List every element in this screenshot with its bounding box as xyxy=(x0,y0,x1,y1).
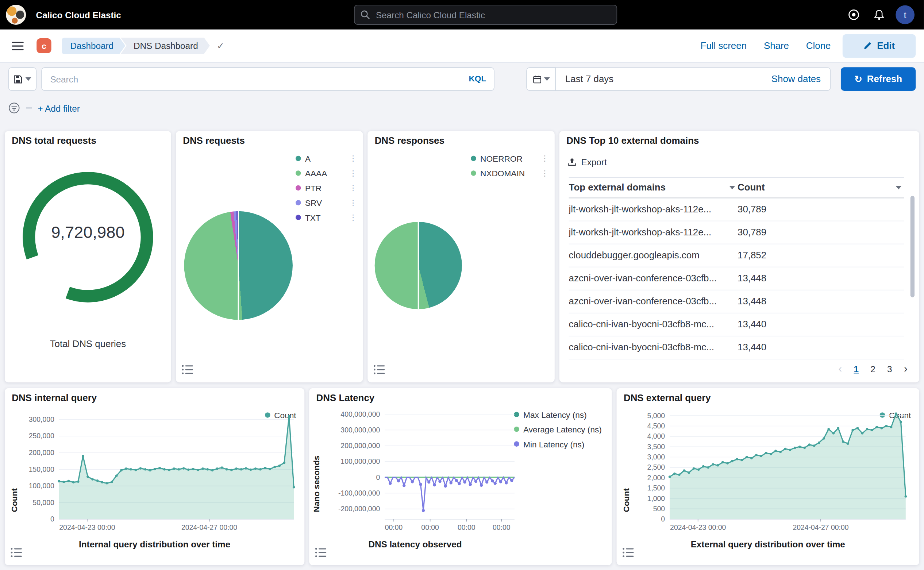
legend-toggle-icon[interactable] xyxy=(182,365,196,376)
svg-text:500: 500 xyxy=(653,505,665,513)
breadcrumb-dashboard[interactable]: Dashboard xyxy=(62,38,126,54)
panel-title: DNS internal query xyxy=(12,393,97,404)
dns-requests-pie-chart[interactable] xyxy=(184,211,292,320)
full-screen-link[interactable]: Full screen xyxy=(701,40,747,51)
dns-responses-pie-chart[interactable] xyxy=(375,222,462,309)
table-row[interactable]: calico-cni-ivan-byocni-03cfb8-mc...13,44… xyxy=(569,336,904,359)
table-scrollbar[interactable] xyxy=(910,196,915,297)
legend-actions-icon[interactable]: ⋮ xyxy=(345,169,357,177)
export-button[interactable]: Export xyxy=(567,157,607,167)
global-search-input[interactable] xyxy=(375,9,590,20)
space-badge[interactable]: c xyxy=(37,38,51,53)
svg-text:400,000,000: 400,000,000 xyxy=(340,410,380,418)
table-header-row: Top external domains Count xyxy=(569,177,904,198)
external-domains-table: Top external domains Count jlt-worksh-jl… xyxy=(569,177,904,359)
legend-item[interactable]: SRV⋮ xyxy=(296,195,357,210)
table-row[interactable]: calico-cni-ivan-byocni-03cfb8-mc...13,44… xyxy=(569,314,904,336)
filter-bar: + Add filter xyxy=(0,99,88,117)
legend-actions-icon[interactable]: ⋮ xyxy=(345,198,357,207)
table-row[interactable]: azcni-over-ivan-conference-03cfb...13,44… xyxy=(569,267,904,290)
dns-latency-chart[interactable]: -200,000,000-100,000,0000100,000,000200,… xyxy=(310,404,518,539)
x-axis-title: DNS latency observed xyxy=(309,539,521,549)
svg-text:-100,000,000: -100,000,000 xyxy=(338,489,380,497)
legend-actions-icon[interactable]: ⋮ xyxy=(536,154,549,163)
calico-logo-icon[interactable] xyxy=(6,5,26,25)
legend-actions-icon[interactable]: ⋮ xyxy=(345,213,357,222)
share-link[interactable]: Share xyxy=(764,40,789,51)
svg-text:300,000,000: 300,000,000 xyxy=(340,426,380,434)
clone-link[interactable]: Clone xyxy=(806,40,831,51)
add-filter-link[interactable]: + Add filter xyxy=(38,103,80,113)
dns-external-query-chart[interactable]: 05001,0001,5002,0002,5003,0003,5004,0004… xyxy=(618,404,913,539)
kql-search-input[interactable] xyxy=(41,67,495,91)
saved-query-button[interactable] xyxy=(8,67,37,91)
svg-text:-200,000,000: -200,000,000 xyxy=(338,505,380,513)
breadcrumb-dns-dashboard[interactable]: DNS Dashboard xyxy=(120,38,210,54)
column-header-count[interactable]: Count xyxy=(737,182,904,193)
svg-text:2024-04-27 00:00: 2024-04-27 00:00 xyxy=(181,523,237,531)
chevron-down-icon xyxy=(544,77,550,81)
notifications-icon[interactable] xyxy=(873,9,885,20)
legend-item[interactable]: NXDOMAIN⋮ xyxy=(471,165,549,180)
legend-actions-icon[interactable]: ⋮ xyxy=(536,169,549,177)
legend-item[interactable]: AAAA⋮ xyxy=(296,165,357,180)
edit-button[interactable]: Edit xyxy=(843,34,916,58)
refresh-button[interactable]: ↻ Refresh xyxy=(841,67,916,91)
legend-item[interactable]: TXT⋮ xyxy=(296,210,357,225)
svg-text:2024-04-23 00:00: 2024-04-23 00:00 xyxy=(59,523,115,531)
legend-item[interactable]: A⋮ xyxy=(296,151,357,165)
sort-chevron-icon[interactable] xyxy=(729,186,735,189)
legend-item[interactable]: Max Latency (ns) xyxy=(514,407,607,422)
date-picker-button[interactable] xyxy=(526,67,556,91)
table-row[interactable]: jlt-worksh-jlt-workshop-aks-112e...30,78… xyxy=(569,198,904,221)
column-header-domains[interactable]: Top external domains xyxy=(569,182,737,193)
panel-title: DNS Latency xyxy=(316,393,375,404)
page-1[interactable]: 1 xyxy=(854,364,858,374)
legend-toggle-icon[interactable] xyxy=(315,547,329,559)
table-row[interactable]: jlt-worksh-jlt-workshop-aks-112e...30,78… xyxy=(569,221,904,244)
panel-title: DNS requests xyxy=(183,136,245,146)
legend-toggle-icon[interactable] xyxy=(622,547,637,559)
svg-text:4,000: 4,000 xyxy=(647,432,665,440)
svg-text:100,000,000: 100,000,000 xyxy=(340,457,380,465)
table-row[interactable]: clouddebugger.googleapis.com17,852 xyxy=(569,244,904,267)
query-language-toggle[interactable]: KQL xyxy=(469,74,486,83)
sort-chevron-icon[interactable] xyxy=(895,186,901,189)
time-range-field[interactable]: Last 7 days Show dates xyxy=(556,67,831,91)
svg-text:00:00: 00:00 xyxy=(458,523,475,531)
svg-text:2024-04-23 00:00: 2024-04-23 00:00 xyxy=(670,523,726,531)
page-3[interactable]: 3 xyxy=(887,364,892,374)
x-axis-title: External query distribution over time xyxy=(617,539,919,549)
page-2[interactable]: 2 xyxy=(870,364,875,374)
legend-toggle-icon[interactable] xyxy=(11,547,25,559)
time-range-value[interactable]: Last 7 days xyxy=(565,74,613,84)
global-search[interactable] xyxy=(354,5,617,25)
help-icon[interactable] xyxy=(848,9,860,20)
dns-internal-query-chart[interactable]: 050,000100,000150,000200,000250,000300,0… xyxy=(6,404,300,539)
panel-title: DNS responses xyxy=(375,136,444,146)
filter-divider xyxy=(26,107,32,108)
legend-item[interactable]: Min Latency (ns) xyxy=(514,437,607,451)
svg-text:50,000: 50,000 xyxy=(32,498,54,507)
legend-item[interactable]: Average Latency (ns) xyxy=(514,422,607,437)
svg-text:1,500: 1,500 xyxy=(647,484,665,492)
export-icon xyxy=(567,158,576,166)
saved-check-icon: ✓ xyxy=(217,40,224,51)
svg-text:00:00: 00:00 xyxy=(385,523,403,531)
svg-text:100,000: 100,000 xyxy=(29,482,54,490)
svg-text:3,500: 3,500 xyxy=(647,443,665,450)
legend-actions-icon[interactable]: ⋮ xyxy=(345,154,357,163)
next-page-icon[interactable]: › xyxy=(904,363,907,375)
legend-item[interactable]: NOERROR⋮ xyxy=(471,151,549,165)
svg-text:300,000: 300,000 xyxy=(29,415,54,423)
legend-actions-icon[interactable]: ⋮ xyxy=(345,184,357,192)
table-row[interactable]: azcni-over-ivan-conference-03cfb...13,44… xyxy=(569,290,904,313)
legend-item[interactable]: PTR⋮ xyxy=(296,181,357,195)
menu-hamburger-icon[interactable] xyxy=(12,41,23,50)
user-avatar[interactable]: t xyxy=(895,6,915,25)
filter-icon[interactable] xyxy=(8,102,20,114)
panel-dns-top-external-domains: DNS Top 10 external domains Export Top e… xyxy=(559,131,919,382)
show-dates-link[interactable]: Show dates xyxy=(771,74,821,84)
prev-page-icon[interactable]: ‹ xyxy=(838,363,842,375)
legend-toggle-icon[interactable] xyxy=(373,365,388,376)
